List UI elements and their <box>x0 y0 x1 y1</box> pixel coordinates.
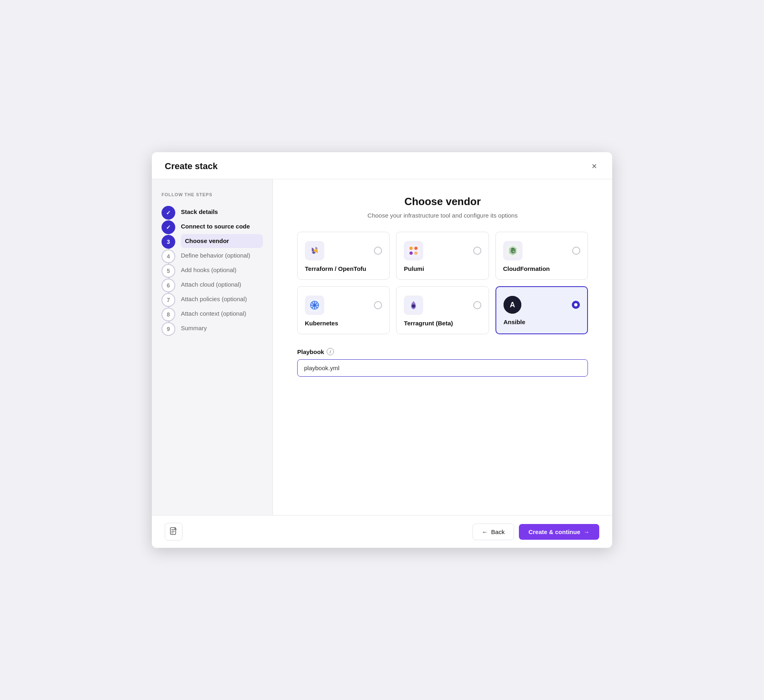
step-name-4: Define behavior (optional) <box>181 252 250 259</box>
step-number-5: 5 <box>167 268 170 274</box>
playbook-info-icon[interactable]: i <box>327 348 334 355</box>
create-stack-modal: Create stack × FOLLOW THE STEPS ✓ Stack … <box>152 152 612 548</box>
step-name-6: Attach cloud (optional) <box>181 281 241 288</box>
step-item-6[interactable]: 6 Attach cloud (optional) <box>162 278 263 292</box>
svg-rect-17 <box>511 248 514 249</box>
vendor-card-top-pulumi <box>404 241 481 260</box>
vendor-card-cloudformation[interactable]: ⬡ CloudFormation <box>495 232 588 280</box>
playbook-input[interactable] <box>297 359 588 377</box>
vendor-card-terragrunt[interactable]: Terragrunt (Beta) <box>396 286 489 334</box>
terraform-icon <box>305 241 324 260</box>
step-number-6: 6 <box>167 282 170 289</box>
continue-button[interactable]: Create & continue → <box>519 524 599 540</box>
main-content: Choose vendor Choose your infrastructure… <box>273 179 612 515</box>
continue-arrow-icon: → <box>583 528 590 535</box>
vendor-card-ansible[interactable]: A Ansible <box>495 286 588 334</box>
svg-point-9 <box>409 247 413 250</box>
radio-ansible[interactable] <box>572 301 580 309</box>
step-item-5[interactable]: 5 Add hooks (optional) <box>162 263 263 278</box>
vendor-card-kubernetes[interactable]: Kubernetes <box>297 286 390 334</box>
step-text-3: Choose vendor <box>181 234 263 248</box>
vendor-card-pulumi[interactable]: Pulumi <box>396 232 489 280</box>
vendor-card-top-kubernetes <box>305 296 382 315</box>
back-arrow-icon: ← <box>482 528 488 535</box>
step-text-2: Connect to source code <box>181 220 263 233</box>
vendor-name-ansible: Ansible <box>504 319 525 325</box>
svg-rect-8 <box>407 244 420 257</box>
radio-terraform[interactable] <box>374 247 382 255</box>
vendor-grid: Terraform / OpenTofu <box>297 232 588 334</box>
vendor-name-pulumi: Pulumi <box>404 265 424 272</box>
footer-left <box>165 523 183 541</box>
step-name-9: Summary <box>181 325 207 331</box>
step-number-8: 8 <box>167 311 170 318</box>
step-circle-5: 5 <box>162 264 175 278</box>
modal-header: Create stack × <box>152 152 612 179</box>
step-circle-1: ✓ <box>162 206 175 220</box>
back-button[interactable]: ← Back <box>472 524 514 540</box>
step-text-5: Add hooks (optional) <box>181 263 263 277</box>
close-button[interactable]: × <box>589 161 599 172</box>
step-item-1[interactable]: ✓ Stack details <box>162 205 263 220</box>
step-list: ✓ Stack details ✓ Connect to source code <box>162 205 263 336</box>
step-name-7: Attach policies (optional) <box>181 296 247 302</box>
step-item-8[interactable]: 8 Attach context (optional) <box>162 307 263 321</box>
svg-point-12 <box>414 251 418 255</box>
footer-right: ← Back Create & continue → <box>472 524 599 540</box>
step-text-7: Attach policies (optional) <box>181 292 263 306</box>
step-circle-7: 7 <box>162 293 175 307</box>
svg-rect-18 <box>511 250 514 251</box>
step-circle-3: 3 <box>162 235 175 249</box>
terragrunt-icon <box>404 296 423 315</box>
svg-point-11 <box>409 251 413 255</box>
step-circle-4: 4 <box>162 249 175 263</box>
doc-icon <box>170 527 178 536</box>
sidebar: FOLLOW THE STEPS ✓ Stack details <box>152 179 273 515</box>
main-subtitle: Choose your infrastructure tool and conf… <box>297 212 588 219</box>
step-number-4: 4 <box>167 253 170 260</box>
step-circle-2: ✓ <box>162 220 175 234</box>
vendor-name-terragrunt: Terragrunt (Beta) <box>404 320 453 327</box>
svg-point-33 <box>412 304 415 308</box>
vendor-card-top-terragrunt <box>404 296 481 315</box>
svg-text:A: A <box>510 301 515 309</box>
step-circle-6: 6 <box>162 279 175 292</box>
radio-cloudformation[interactable] <box>572 247 580 255</box>
step-name-2: Connect to source code <box>181 223 250 230</box>
step-text-1: Stack details <box>181 205 263 219</box>
step-name-8: Attach context (optional) <box>181 310 246 317</box>
vendor-card-top-terraform <box>305 241 382 260</box>
step-check-1: ✓ <box>166 210 171 216</box>
modal-footer: ← Back Create & continue → <box>152 515 612 548</box>
step-item-3[interactable]: 3 Choose vendor <box>162 234 263 249</box>
step-item-7[interactable]: 7 Attach policies (optional) <box>162 292 263 307</box>
steps-section-label: FOLLOW THE STEPS <box>162 192 263 197</box>
modal-title: Create stack <box>165 161 218 172</box>
radio-kubernetes[interactable] <box>374 301 382 309</box>
step-circle-8: 8 <box>162 308 175 321</box>
svg-point-10 <box>414 247 418 250</box>
radio-pulumi[interactable] <box>473 247 481 255</box>
step-name-1: Stack details <box>181 208 218 215</box>
cloudformation-icon: ⬡ <box>503 241 523 260</box>
vendor-name-kubernetes: Kubernetes <box>305 320 338 327</box>
step-text-6: Attach cloud (optional) <box>181 278 263 291</box>
radio-terragrunt[interactable] <box>473 301 481 309</box>
step-text-9: Summary <box>181 321 263 335</box>
main-title: Choose vendor <box>297 195 588 208</box>
playbook-label: Playbook i <box>297 348 588 355</box>
step-text-8: Attach context (optional) <box>181 307 263 321</box>
step-number-9: 9 <box>167 326 170 332</box>
playbook-section: Playbook i <box>297 348 588 377</box>
vendor-card-terraform[interactable]: Terraform / OpenTofu <box>297 232 390 280</box>
step-text-4: Define behavior (optional) <box>181 249 263 262</box>
vendor-card-top-ansible: A <box>504 296 580 314</box>
pulumi-icon <box>404 241 423 260</box>
step-item-9[interactable]: 9 Summary <box>162 321 263 336</box>
step-circle-9: 9 <box>162 322 175 336</box>
step-item-4[interactable]: 4 Define behavior (optional) <box>162 249 263 263</box>
step-item-2[interactable]: ✓ Connect to source code <box>162 220 263 234</box>
vendor-name-cloudformation: CloudFormation <box>503 265 550 272</box>
doc-button[interactable] <box>165 523 183 541</box>
ansible-icon: A <box>504 296 521 314</box>
